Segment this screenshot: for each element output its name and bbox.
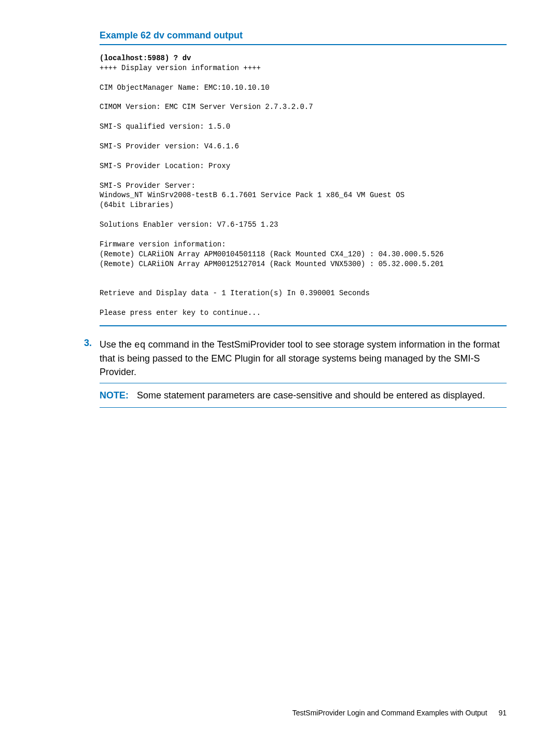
code-line: (64bit Libraries) xyxy=(100,201,174,209)
note-label: NOTE: xyxy=(100,390,129,400)
code-line: CIMOM Version: EMC CIM Server Version 2.… xyxy=(100,103,313,111)
page-footer: TestSmiProvider Login and Command Exampl… xyxy=(292,709,507,717)
code-line: SMI-S Provider version: V4.6.1.6 xyxy=(100,142,239,150)
example-divider-top xyxy=(100,44,507,45)
step-number: 3. xyxy=(84,338,100,408)
example-title: Example 62 dv command output xyxy=(100,30,507,41)
page-content: Example 62 dv command output (localhost:… xyxy=(0,0,560,408)
step-text-before: Use the xyxy=(100,339,134,350)
code-line: SMI-S Provider Location: Proxy xyxy=(100,162,230,170)
code-line: Firmware version information: xyxy=(100,240,226,248)
code-line: Windows_NT WinSrv2008-testB 6.1.7601 Ser… xyxy=(100,191,404,199)
step-text-after: command in the TestSmiProvider tool to s… xyxy=(100,339,500,377)
note-box: NOTE:Some statement parameters are case-… xyxy=(100,383,507,408)
code-line: CIM ObjectManager Name: EMC:10.10.10.10 xyxy=(100,84,270,92)
code-line: SMI-S Provider Server: xyxy=(100,182,195,190)
step-text: Use the eq command in the TestSmiProvide… xyxy=(100,338,507,408)
step-inline-code: eq xyxy=(134,340,146,350)
footer-text: TestSmiProvider Login and Command Exampl… xyxy=(292,709,487,717)
code-line: ++++ Display version information ++++ xyxy=(100,64,261,72)
code-line: SMI-S qualified version: 1.5.0 xyxy=(100,122,230,131)
code-line: (Remote) CLARiiON Array APM00104501118 (… xyxy=(100,250,444,258)
code-line: Retrieve and Display data - 1 Iteration(… xyxy=(100,289,370,297)
code-output: (localhost:5988) ? dv ++++ Display versi… xyxy=(100,53,507,318)
step-3: 3. Use the eq command in the TestSmiProv… xyxy=(84,338,507,408)
code-line: Please press enter key to continue... xyxy=(100,309,261,317)
note-text: Some statement parameters are case-sensi… xyxy=(137,390,485,400)
code-line: Solutions Enabler version: V7.6-1755 1.2… xyxy=(100,220,278,229)
code-prompt: (localhost:5988) ? dv xyxy=(100,54,191,62)
example-divider-bottom xyxy=(100,325,507,326)
footer-page-number: 91 xyxy=(498,709,507,717)
code-line: (Remote) CLARiiON Array APM00125127014 (… xyxy=(100,260,444,268)
